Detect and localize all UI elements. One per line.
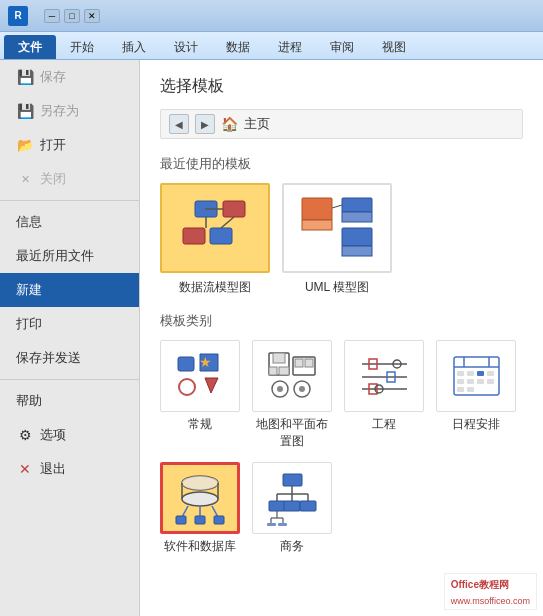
category-label-business: 商务 <box>280 538 304 555</box>
sidebar-item-save-as[interactable]: 💾 另存为 <box>0 94 139 128</box>
tab-insert[interactable]: 插入 <box>108 35 160 59</box>
sidebar-item-print[interactable]: 打印 <box>0 307 139 341</box>
svg-rect-25 <box>305 359 313 367</box>
svg-rect-48 <box>477 379 484 384</box>
svg-rect-43 <box>467 371 474 376</box>
svg-rect-70 <box>284 501 300 511</box>
category-item-map[interactable]: 地图和平面布置图 <box>252 340 332 450</box>
tab-data[interactable]: 数据 <box>212 35 264 59</box>
svg-point-27 <box>277 386 283 392</box>
nav-back-button[interactable]: ◀ <box>169 114 189 134</box>
template-label-uml: UML 模型图 <box>305 279 369 296</box>
category-grid: ★ 常规 <box>160 340 523 555</box>
watermark-text: Office教程网 <box>451 579 509 590</box>
svg-rect-42 <box>457 371 464 376</box>
svg-rect-2 <box>183 228 205 244</box>
category-thumb-map <box>252 340 332 412</box>
tab-view[interactable]: 视图 <box>368 35 420 59</box>
svg-rect-11 <box>342 228 372 246</box>
svg-rect-76 <box>267 523 276 526</box>
sidebar-item-new[interactable]: 新建 <box>0 273 139 307</box>
tab-file[interactable]: 文件 <box>4 35 56 59</box>
recent-section-heading: 最近使用的模板 <box>160 155 523 173</box>
svg-rect-77 <box>278 523 287 526</box>
svg-rect-1 <box>223 201 245 217</box>
svg-rect-51 <box>467 387 474 392</box>
sidebar-item-open[interactable]: 📂 打开 <box>0 128 139 162</box>
save-icon: 💾 <box>16 69 34 85</box>
category-item-general[interactable]: ★ 常规 <box>160 340 240 450</box>
category-thumb-business <box>252 462 332 534</box>
category-thumb-software <box>160 462 240 534</box>
svg-point-16 <box>179 379 195 395</box>
options-icon: ⚙ <box>16 427 34 443</box>
sidebar-item-exit[interactable]: ✕ 退出 <box>0 452 139 486</box>
restore-button[interactable]: □ <box>64 9 80 23</box>
category-label-schedule: 日程安排 <box>452 416 500 433</box>
svg-line-5 <box>221 217 234 228</box>
engineering-svg <box>357 349 412 404</box>
template-label-dataflow: 数据流模型图 <box>179 279 251 296</box>
svg-rect-63 <box>283 474 302 486</box>
sidebar-item-save-send[interactable]: 保存并发送 <box>0 341 139 375</box>
template-thumb-uml <box>282 183 392 273</box>
template-item-uml[interactable]: UML 模型图 <box>282 183 392 296</box>
content-nav: ◀ ▶ 🏠 主页 <box>160 109 523 139</box>
nav-home-icon[interactable]: 🏠 <box>221 116 238 132</box>
title-bar: R ─ □ ✕ <box>0 0 543 32</box>
svg-line-13 <box>332 205 342 208</box>
category-label-map: 地图和平面布置图 <box>252 416 332 450</box>
sidebar-item-help[interactable]: 帮助 <box>0 384 139 418</box>
svg-rect-22 <box>279 367 289 375</box>
uml-svg <box>297 193 377 263</box>
page-title: 选择模板 <box>160 76 523 97</box>
svg-rect-9 <box>342 198 372 212</box>
category-label-engineering: 工程 <box>372 416 396 433</box>
svg-rect-45 <box>487 371 494 376</box>
svg-rect-8 <box>302 220 332 230</box>
svg-point-53 <box>182 476 218 490</box>
app-logo: R <box>8 6 28 26</box>
category-item-software[interactable]: 软件和数据库 <box>160 462 240 555</box>
svg-rect-50 <box>457 387 464 392</box>
template-item-dataflow[interactable]: 数据流模型图 <box>160 183 270 296</box>
minimize-button[interactable]: ─ <box>44 9 60 23</box>
tab-design[interactable]: 设计 <box>160 35 212 59</box>
category-thumb-engineering <box>344 340 424 412</box>
svg-rect-12 <box>342 246 372 256</box>
business-svg <box>265 471 320 526</box>
close-button[interactable]: ✕ <box>84 9 100 23</box>
tab-review[interactable]: 审阅 <box>316 35 368 59</box>
sidebar-item-info[interactable]: 信息 <box>0 205 139 239</box>
svg-marker-17 <box>205 378 218 393</box>
sidebar-item-close[interactable]: ✕ 关闭 <box>0 162 139 196</box>
title-bar-controls: ─ □ ✕ <box>44 9 100 23</box>
svg-point-29 <box>299 386 305 392</box>
main-layout: 💾 保存 💾 另存为 📂 打开 ✕ 关闭 信息 最近所用文件 <box>0 60 543 616</box>
template-thumb-dataflow <box>160 183 270 273</box>
tab-home[interactable]: 开始 <box>56 35 108 59</box>
category-thumb-schedule <box>436 340 516 412</box>
svg-rect-10 <box>342 212 372 222</box>
sidebar-item-options[interactable]: ⚙ 选项 <box>0 418 139 452</box>
recent-template-grid: 数据流模型图 <box>160 183 523 296</box>
sidebar-sep-1 <box>0 200 139 201</box>
svg-rect-61 <box>195 516 205 524</box>
category-item-schedule[interactable]: 日程安排 <box>436 340 516 450</box>
tab-process[interactable]: 进程 <box>264 35 316 59</box>
svg-rect-14 <box>178 357 194 371</box>
general-svg: ★ <box>173 349 228 404</box>
sidebar-item-save[interactable]: 💾 保存 <box>0 60 139 94</box>
category-item-business[interactable]: 商务 <box>252 462 332 555</box>
svg-text:★: ★ <box>199 354 212 370</box>
svg-point-56 <box>182 492 218 506</box>
svg-rect-62 <box>214 516 224 524</box>
nav-forward-button[interactable]: ▶ <box>195 114 215 134</box>
close-icon: ✕ <box>16 173 34 186</box>
save-as-icon: 💾 <box>16 103 34 119</box>
category-item-engineering[interactable]: 工程 <box>344 340 424 450</box>
sidebar-item-recent[interactable]: 最近所用文件 <box>0 239 139 273</box>
sidebar: 💾 保存 💾 另存为 📂 打开 ✕ 关闭 信息 最近所用文件 <box>0 60 140 616</box>
svg-rect-20 <box>273 353 285 363</box>
svg-rect-21 <box>269 367 277 375</box>
